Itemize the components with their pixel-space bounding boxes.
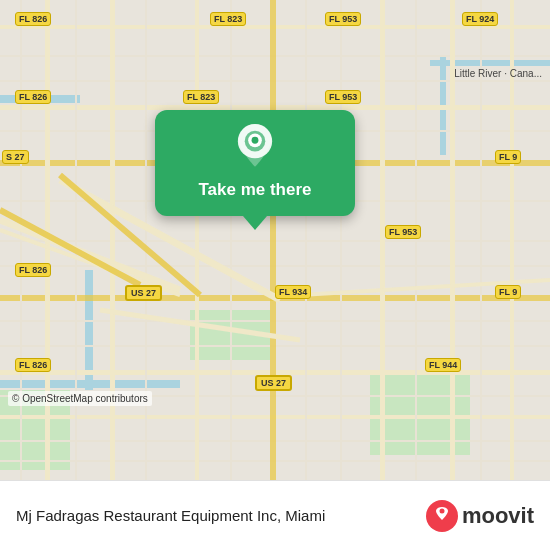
map-tooltip[interactable]: Take me there bbox=[155, 110, 355, 216]
info-bar: Mj Fadragas Restaurant Equipment Inc, Mi… bbox=[0, 480, 550, 550]
svg-rect-39 bbox=[415, 0, 417, 480]
svg-rect-36 bbox=[230, 0, 232, 480]
road-label-fl826-3: FL 826 bbox=[15, 263, 51, 277]
location-pin-icon bbox=[231, 124, 279, 172]
svg-point-52 bbox=[439, 508, 444, 513]
svg-rect-35 bbox=[145, 0, 147, 480]
map-container: FL 826 FL 823 FL 953 FL 924 FL 826 FL 82… bbox=[0, 0, 550, 480]
road-label-fl953-1: FL 953 bbox=[325, 12, 361, 26]
road-label-fl934: FL 934 bbox=[275, 285, 311, 299]
road-label-fl924: FL 924 bbox=[462, 12, 498, 26]
location-label: Mj Fadragas Restaurant Equipment Inc, Mi… bbox=[16, 507, 325, 524]
road-label-us27-2: US 27 bbox=[255, 375, 292, 391]
svg-rect-29 bbox=[270, 0, 276, 480]
osm-attribution: © OpenStreetMap contributors bbox=[8, 391, 152, 406]
road-label-fl826-1: FL 826 bbox=[15, 12, 51, 26]
road-label-us27-1: US 27 bbox=[125, 285, 162, 301]
road-label-s27: S 27 bbox=[2, 150, 29, 164]
svg-rect-28 bbox=[195, 0, 199, 480]
svg-rect-37 bbox=[305, 0, 307, 480]
svg-rect-27 bbox=[110, 0, 115, 480]
road-label-fl823-2: FL 823 bbox=[183, 90, 219, 104]
svg-rect-38 bbox=[340, 0, 342, 480]
moovit-logo: moovit bbox=[426, 500, 534, 532]
svg-point-51 bbox=[252, 137, 259, 144]
road-label-fl9-1: FL 9 bbox=[495, 150, 521, 164]
tooltip-label: Take me there bbox=[198, 180, 311, 200]
moovit-text: moovit bbox=[462, 503, 534, 529]
road-label-fl953-2: FL 953 bbox=[325, 90, 361, 104]
svg-rect-2 bbox=[430, 60, 550, 66]
svg-rect-34 bbox=[75, 0, 77, 480]
svg-rect-30 bbox=[380, 0, 385, 480]
little-river-label: Little River · Cana... bbox=[454, 68, 542, 79]
moovit-icon bbox=[426, 500, 458, 532]
svg-rect-33 bbox=[20, 0, 22, 480]
road-label-fl953-3: FL 953 bbox=[385, 225, 421, 239]
road-label-fl826-2: FL 826 bbox=[15, 90, 51, 104]
road-label-fl9-2: FL 9 bbox=[495, 285, 521, 299]
road-label-fl826-4: FL 826 bbox=[15, 358, 51, 372]
road-label-fl944: FL 944 bbox=[425, 358, 461, 372]
road-label-fl823-1: FL 823 bbox=[210, 12, 246, 26]
